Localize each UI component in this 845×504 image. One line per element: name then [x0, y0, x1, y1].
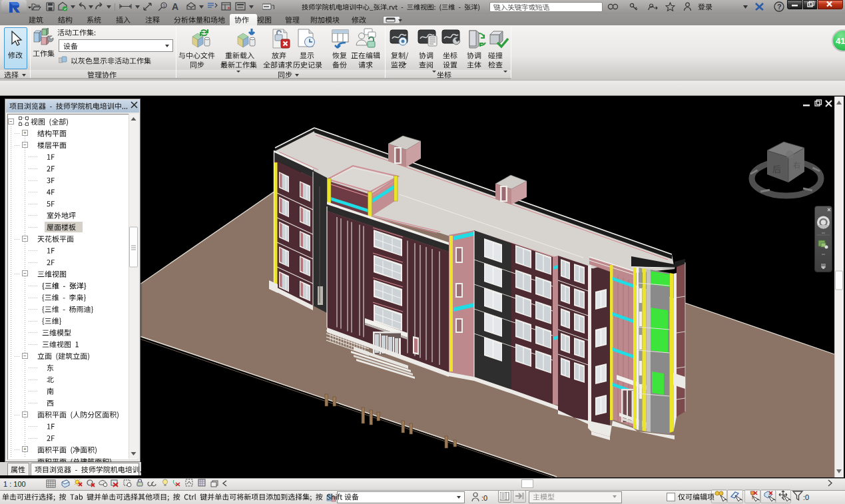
svg-text::0: :0: [803, 493, 809, 501]
